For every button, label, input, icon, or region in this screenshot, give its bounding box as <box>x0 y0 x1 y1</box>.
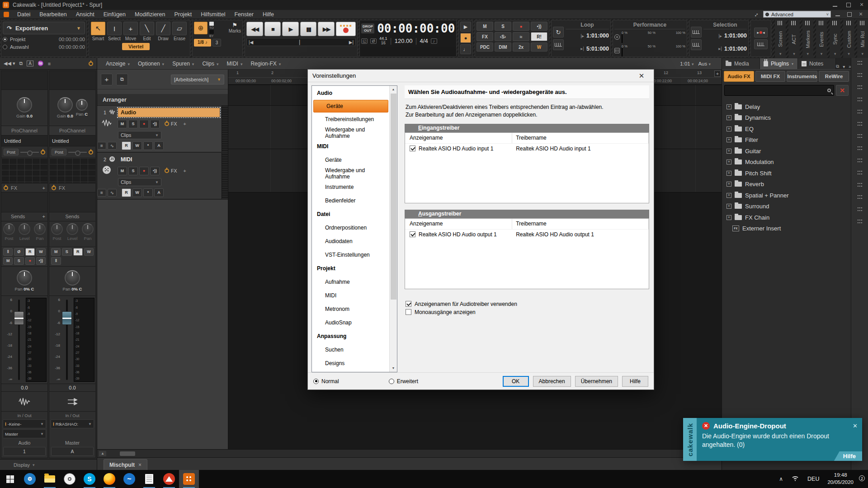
tree-item-midi-geraete[interactable]: Geräte <box>312 153 389 167</box>
eq-plot[interactable] <box>49 158 95 183</box>
read-automation-button[interactable]: R <box>122 141 131 150</box>
toolbar-tab[interactable]: Screen ▾ <box>772 19 786 58</box>
minimize-button[interactable] <box>833 3 838 7</box>
fast-forward-button[interactable]: ▶▶ <box>318 22 335 36</box>
arm-button[interactable]: ● <box>25 257 35 265</box>
prochannel-header[interactable]: ProChannel <box>49 126 95 136</box>
loop-from-selection-icon[interactable] <box>553 39 564 50</box>
volume-fader[interactable] <box>61 298 73 381</box>
dock-tab-icon[interactable] <box>857 183 863 187</box>
input-echo-button[interactable]: •)) <box>531 22 547 31</box>
strip-id-button[interactable]: 1 <box>3 447 46 456</box>
snapshot-button[interactable]: * <box>143 188 153 197</box>
punch-from-selection-icon[interactable] <box>754 39 768 49</box>
dock-tab-icon[interactable] <box>857 73 863 77</box>
mode-erweitert-radio[interactable]: Erweitert <box>389 378 418 385</box>
solo-button[interactable]: S <box>14 257 24 265</box>
taskbar-openoffice[interactable]: ~ <box>119 470 139 488</box>
workspace-mode-select[interactable]: Advanced ˅ <box>763 11 831 18</box>
expand-icon[interactable]: + <box>726 182 731 187</box>
duplicate-track-button[interactable]: ⧉ <box>116 74 128 85</box>
tree-item-vst-einstellungen[interactable]: VST-Einstellungen <box>312 248 389 262</box>
transport-scrub-bar[interactable]: |◀ ▏ ▶| <box>246 38 356 46</box>
tab-media[interactable]: Media <box>722 58 760 69</box>
power-icon[interactable] <box>89 61 93 66</box>
fx-power-icon[interactable] <box>165 169 169 173</box>
mute-button[interactable]: M <box>51 248 61 256</box>
dock-tab-icon[interactable] <box>857 195 863 199</box>
taskbar-skype[interactable]: S <box>80 470 99 488</box>
category-audio-fx[interactable]: Audio FX <box>724 71 754 82</box>
dim-button[interactable]: DIM <box>495 42 511 52</box>
rewind-button[interactable]: ◀◀ <box>246 22 263 36</box>
add-fx-button[interactable]: + <box>42 185 45 191</box>
tool-move[interactable]: + Move <box>123 22 138 41</box>
notification-help-button[interactable]: Hilfe <box>834 451 862 461</box>
dock-tab-icon[interactable] <box>857 158 863 163</box>
tempo-display[interactable]: 120.00 <box>395 38 413 44</box>
track-view-menu[interactable]: Anzeige▾ <box>102 61 134 67</box>
tab-mischpult[interactable]: Mischpult × <box>104 459 147 470</box>
fx-power-icon[interactable] <box>4 186 8 190</box>
read-automation-button[interactable]: R <box>25 248 35 256</box>
loop-start-value[interactable]: |▸1:01:000 <box>566 29 609 42</box>
mute-button[interactable]: M <box>118 120 127 128</box>
taskbar-writer[interactable] <box>139 470 159 488</box>
prochannel-preset[interactable]: Untitled <box>49 136 95 146</box>
plugin-folder[interactable]: + Dynamics <box>726 113 851 124</box>
toolbar-tab[interactable]: Events ▾ <box>813 19 827 58</box>
arm-all-button[interactable]: ● <box>513 22 529 31</box>
dock-tab-icon[interactable] <box>857 109 863 114</box>
expand-icon[interactable]: + <box>726 127 731 131</box>
tool-select[interactable]: I Select <box>107 22 122 41</box>
write-automation-button[interactable]: W <box>531 42 547 52</box>
ruler-zoom-button[interactable]: + <box>714 70 721 77</box>
send-level-knob[interactable] <box>66 223 78 235</box>
language-indicator[interactable]: DEU <box>807 476 819 482</box>
pause-button[interactable]: ▮▮ <box>300 22 317 36</box>
expand-icon[interactable]: + <box>726 171 731 176</box>
eq-plot[interactable] <box>1 158 47 183</box>
write-automation-button[interactable]: W <box>132 188 142 197</box>
add-fx-button[interactable]: + <box>183 168 186 174</box>
toolbar-tab[interactable]: Custom ▾ <box>840 19 854 58</box>
tool-edit[interactable]: ╲ Edit <box>139 22 155 41</box>
cancel-button[interactable]: Abbrechen <box>533 376 571 387</box>
prochannel-power-icon[interactable] <box>89 150 93 155</box>
clear-search-button[interactable]: ✕ <box>836 85 849 96</box>
record-button[interactable] <box>336 22 356 36</box>
arm-button[interactable]: ● <box>139 167 149 175</box>
plugin-folder[interactable]: + EQ <box>726 123 851 135</box>
app-icon-small[interactable] <box>4 12 9 17</box>
category-midi-fx[interactable]: MIDI FX <box>755 71 786 82</box>
child-close-button[interactable] <box>859 12 864 17</box>
input-echo-button[interactable]: •)) <box>150 120 160 128</box>
dock-tab-icon[interactable] <box>857 85 863 89</box>
fx-power-icon[interactable] <box>52 186 56 190</box>
track-name[interactable]: MIDI <box>118 155 220 164</box>
tool-smart[interactable]: ↖ Smart <box>90 22 106 41</box>
snap-toggle-button[interactable]: ⊕ <box>194 22 208 34</box>
notification-close-icon[interactable]: ✕ <box>853 422 858 429</box>
taskbar-narrator[interactable] <box>60 470 80 488</box>
pan-knob[interactable] <box>65 270 80 286</box>
category-rewire[interactable]: ReWire <box>819 71 849 82</box>
track-view-menu[interactable]: Optionen▾ <box>134 61 168 67</box>
tool-erase[interactable]: ▱ Erase <box>172 22 187 41</box>
dock-tab-icon[interactable] <box>857 207 863 211</box>
dock-tab-icon[interactable] <box>857 122 863 126</box>
plugin-folder[interactable]: + Spatial + Panner <box>726 190 851 201</box>
send-post-knob[interactable] <box>51 223 63 235</box>
volume-value[interactable]: 0.0 <box>49 384 95 392</box>
plugin-folder[interactable]: + Filter <box>726 135 851 146</box>
prochannel-header[interactable]: ProChannel <box>1 126 47 136</box>
tree-item-audiosnap[interactable]: AudioSnap <box>312 316 389 329</box>
mode-normal-radio[interactable]: Normal <box>313 378 339 385</box>
dock-tab-icon[interactable] <box>857 97 863 102</box>
taskbar-settings[interactable]: ⚙ <box>20 470 40 488</box>
add-fx-button[interactable]: + <box>183 121 186 127</box>
meter-options-button[interactable]: ‖ <box>3 248 13 256</box>
category-instruments[interactable]: Instruments <box>787 71 817 82</box>
table-row[interactable]: Realtek ASIO HD Audio output 1 Realtek A… <box>405 230 649 239</box>
tree-item-projekt-midi[interactable]: MIDI <box>312 289 389 302</box>
